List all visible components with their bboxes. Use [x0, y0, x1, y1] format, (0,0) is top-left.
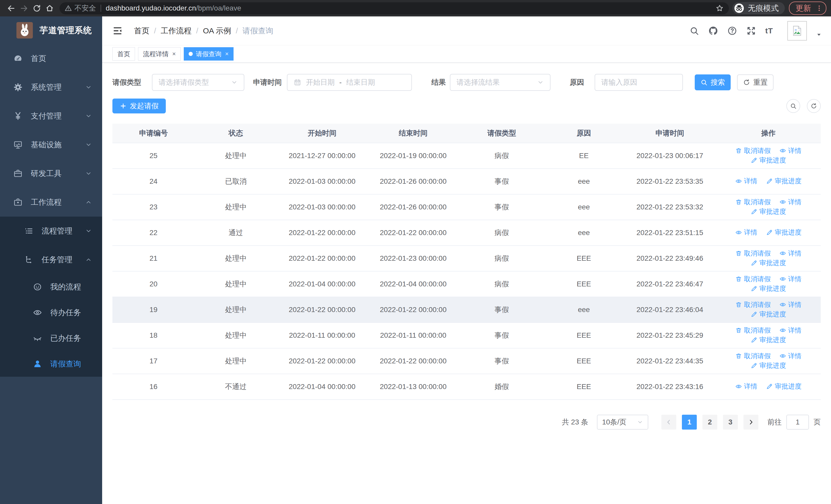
toggle-search-button[interactable]: [786, 99, 800, 113]
sidebar-item-task-management[interactable]: 任务管理: [0, 245, 102, 274]
sidebar-item-label: 研发工具: [31, 168, 62, 179]
goto-page-input[interactable]: [786, 415, 809, 429]
breadcrumb-separator: /: [154, 26, 156, 35]
sidebar-item-label: 支付管理: [31, 111, 62, 121]
goto-label: 前往: [767, 417, 782, 427]
prev-page-button[interactable]: [661, 415, 676, 429]
tab-process-detail[interactable]: 流程详情 ×: [138, 47, 181, 61]
page-button-2[interactable]: 2: [703, 415, 717, 429]
calendar-icon: [294, 79, 301, 86]
browser-back-icon[interactable]: [5, 2, 18, 14]
reason-input[interactable]: [595, 78, 682, 87]
action-progress[interactable]: 审批进度: [766, 382, 801, 391]
action-detail[interactable]: 详情: [779, 274, 801, 284]
tab-label: 请假查询: [196, 50, 222, 58]
leave-type-select[interactable]: 请选择请假类型: [152, 74, 244, 91]
reset-button[interactable]: 重置: [737, 75, 774, 90]
action-detail[interactable]: 详情: [779, 326, 801, 335]
action-cancel[interactable]: 取消请假: [735, 326, 771, 335]
table-row: 20 处理中 2022-01-04 00:00:00 2022-01-04 00…: [112, 271, 821, 297]
browser-update-button[interactable]: 更新: [789, 2, 826, 15]
action-cancel[interactable]: 取消请假: [735, 352, 771, 360]
active-tab-dot: [189, 52, 193, 56]
action-progress[interactable]: 审批进度: [751, 335, 786, 345]
sidebar-item-system-management[interactable]: 系统管理: [0, 73, 102, 101]
sidebar-item-payment-management[interactable]: 支付管理: [0, 101, 102, 130]
action-progress[interactable]: 审批进度: [751, 259, 786, 267]
action-detail[interactable]: 详情: [779, 352, 801, 360]
table-header-row: 申请编号状态开始时间结束时间请假类型原因申请时间操作: [112, 124, 821, 143]
edit-icon: [751, 260, 757, 266]
action-progress[interactable]: 审批进度: [751, 284, 786, 293]
app-logo-row[interactable]: 芋道管理系统: [0, 17, 102, 44]
breadcrumb-item[interactable]: 首页: [134, 26, 149, 36]
action-detail[interactable]: 详情: [779, 198, 801, 207]
workflow-icon: [13, 198, 24, 207]
sidebar-item-process-management[interactable]: 流程管理: [0, 216, 102, 245]
browser-menu-icon[interactable]: [815, 5, 823, 12]
sidebar-item-todo-tasks[interactable]: 待办任务: [0, 300, 102, 325]
action-progress[interactable]: 审批进度: [751, 156, 786, 165]
sidebar-item-done-tasks[interactable]: 已办任务: [0, 325, 102, 351]
sidebar-item-dev-tools[interactable]: 研发工具: [0, 159, 102, 188]
action-progress[interactable]: 审批进度: [751, 207, 786, 216]
close-icon[interactable]: ×: [172, 50, 176, 58]
tab-leave-query[interactable]: 请假查询 ×: [184, 47, 233, 61]
browser-home-icon[interactable]: [43, 2, 56, 14]
sidebar-item-workflow[interactable]: 工作流程: [0, 188, 102, 216]
action-cancel[interactable]: 取消请假: [735, 198, 771, 207]
address-bar[interactable]: 不安全 dashboard.yudao.iocoder.cn /bpm/oa/l…: [60, 2, 729, 14]
result-select[interactable]: 请选择流结果: [450, 74, 550, 91]
search-icon[interactable]: [689, 26, 699, 36]
view-icon: [779, 250, 786, 257]
sidebar-item-leave-query[interactable]: 请假查询: [0, 351, 102, 377]
action-cancel[interactable]: 取消请假: [735, 274, 771, 284]
browser-forward-icon[interactable]: [18, 2, 30, 14]
action-cancel[interactable]: 取消请假: [735, 249, 771, 258]
github-icon[interactable]: [708, 26, 718, 36]
action-progress[interactable]: 审批进度: [766, 228, 801, 237]
action-progress[interactable]: 审批进度: [751, 361, 786, 370]
page-button-1[interactable]: 1: [682, 415, 697, 429]
action-detail[interactable]: 详情: [779, 249, 801, 258]
incognito-label: 无痕模式: [748, 3, 779, 13]
bookmark-star-icon[interactable]: [716, 4, 724, 12]
sidebar-item-infrastructure[interactable]: 基础设施: [0, 130, 102, 159]
breadcrumb-item[interactable]: OA 示例: [203, 26, 231, 36]
close-icon[interactable]: ×: [225, 50, 229, 58]
plus-icon: [120, 102, 127, 110]
next-page-button[interactable]: [744, 415, 758, 429]
action-detail[interactable]: 详情: [735, 228, 757, 237]
table-body: 25 处理中 2021-12-27 00:00:00 2022-01-19 00…: [112, 143, 821, 399]
browser-reload-icon[interactable]: [30, 2, 43, 14]
action-detail[interactable]: 详情: [779, 300, 801, 309]
apply-time-range-picker[interactable]: 开始日期 - 结束日期: [287, 74, 412, 91]
sidebar-item-home[interactable]: 首页: [0, 44, 102, 73]
action-progress[interactable]: 审批进度: [766, 177, 801, 185]
sidebar-item-my-process[interactable]: 我的流程: [0, 274, 102, 300]
create-leave-button[interactable]: 发起请假: [112, 98, 166, 113]
edit-icon: [766, 383, 773, 390]
search-button[interactable]: 搜索: [695, 75, 730, 90]
sidebar-item-label: 基础设施: [31, 140, 62, 150]
action-cancel[interactable]: 取消请假: [735, 300, 771, 309]
refresh-table-button[interactable]: [807, 99, 821, 113]
tab-home[interactable]: 首页: [112, 47, 135, 61]
action-detail[interactable]: 详情: [735, 382, 757, 391]
table-row: 21 处理中 2022-01-22 00:00:00 2022-01-23 00…: [112, 245, 821, 271]
action-detail[interactable]: 详情: [735, 177, 757, 185]
page-size-select[interactable]: 10条/页: [597, 415, 648, 429]
action-detail[interactable]: 详情: [779, 146, 801, 155]
page-button-3[interactable]: 3: [723, 415, 738, 429]
avatar[interactable]: [787, 21, 807, 40]
pagination: 共 23 条 10条/页 1 2 3 前往 页: [112, 415, 821, 429]
avatar-caret-down-icon[interactable]: [816, 32, 822, 37]
fullscreen-icon[interactable]: [746, 26, 756, 36]
help-icon[interactable]: [727, 26, 737, 36]
breadcrumb-item[interactable]: 工作流程: [161, 26, 192, 36]
font-size-icon[interactable]: tT: [765, 26, 773, 35]
view-icon: [735, 383, 742, 390]
action-progress[interactable]: 审批进度: [751, 310, 786, 319]
sidebar-collapse-icon[interactable]: [112, 26, 123, 36]
action-cancel[interactable]: 取消请假: [735, 146, 771, 155]
